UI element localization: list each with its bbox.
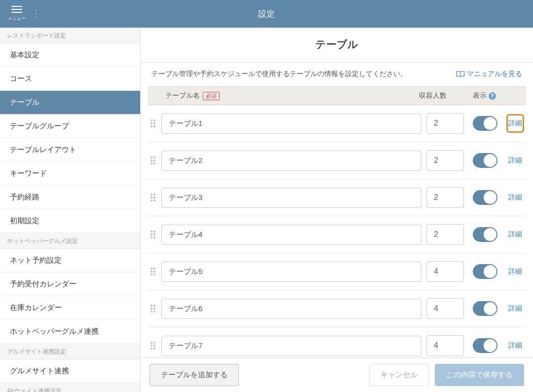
col-name: テーブル名 [165,91,200,100]
add-table-button[interactable]: テーブルを追加する [150,364,239,386]
display-toggle[interactable] [473,153,497,168]
save-button[interactable]: この内容で保存する [435,364,524,386]
capacity-input[interactable] [426,113,464,134]
drag-handle-icon[interactable] [150,268,156,275]
detail-button[interactable]: 詳細 [506,303,524,314]
display-toggle[interactable] [473,264,497,279]
intro-bar: テーブル管理や予約スケジュールで使用するテーブルの情報を設定してください。 マニ… [141,63,533,86]
sidebar-section: Airウェイト連携設定 [0,383,140,392]
drag-handle-icon[interactable] [150,342,156,350]
display-toggle[interactable] [473,301,497,316]
table-name-input[interactable] [161,188,421,208]
sidebar-section: レストランボード設定 [0,28,140,43]
app-header: メニュー 設定 [0,0,533,28]
sidebar-item[interactable]: コース [0,67,140,91]
table-name-input[interactable] [161,336,421,356]
footer-bar: テーブルを追加する キャンセル この内容で保存する [141,357,533,392]
capacity-input[interactable] [426,298,464,319]
separator-dots-icon [36,10,37,17]
menu-button[interactable]: メニュー [3,6,31,22]
drag-handle-icon[interactable] [150,231,156,238]
capacity-input[interactable] [426,150,464,171]
table-header: テーブル名 必須 収容人数 表示 ? [148,86,526,105]
table-row: 詳細 [148,105,526,142]
capacity-input[interactable] [426,187,464,208]
intro-text: テーブル管理や予約スケジュールで使用するテーブルの情報を設定してください。 [152,70,407,78]
table-name-input[interactable] [161,114,421,134]
table-row: 詳細 [148,253,526,290]
detail-button[interactable]: 詳細 [506,155,524,166]
hamburger-icon [11,6,22,13]
table-name-input[interactable] [161,262,421,282]
help-icon[interactable]: ? [489,92,496,100]
drag-handle-icon[interactable] [150,194,156,201]
manual-link[interactable]: マニュアルを見る [456,70,522,78]
sidebar-item[interactable]: テーブルグループ [0,115,140,138]
menu-label: メニュー [8,15,26,22]
cancel-button[interactable]: キャンセル [369,364,429,386]
page-title: テーブル [141,28,533,63]
display-toggle[interactable] [473,227,497,242]
sidebar-item[interactable]: グルメサイト連携 [0,359,140,383]
drag-handle-icon[interactable] [150,119,156,127]
sidebar-item[interactable]: 基本設定 [0,43,140,67]
sidebar-section: グルメサイト連携設定 [0,344,140,359]
detail-button[interactable]: 詳細 [506,266,524,277]
capacity-input[interactable] [426,335,464,356]
book-icon [456,71,465,78]
sidebar-item[interactable]: ホットペッパーグルメ連携 [0,320,140,344]
detail-button[interactable]: 詳細 [506,192,524,203]
header-title: 設定 [0,8,533,20]
table-row: 詳細 [148,216,526,253]
table-name-input[interactable] [161,151,421,171]
sidebar-item[interactable]: 予約経路 [0,186,140,209]
table-name-input[interactable] [161,299,421,319]
detail-button[interactable]: 詳細 [506,229,524,240]
detail-button[interactable]: 詳細 [506,114,524,133]
table-row: 詳細 [148,290,526,327]
table-rows: 詳細詳細詳細詳細詳細詳細詳細 [141,105,533,392]
sidebar-item[interactable]: 予約受付カレンダー [0,273,140,296]
capacity-input[interactable] [426,261,464,282]
drag-handle-icon[interactable] [150,305,156,313]
table-row: 詳細 [148,142,526,179]
sidebar-item[interactable]: キーワード [0,162,140,186]
drag-handle-icon[interactable] [150,157,156,164]
sidebar-item[interactable]: テーブルレイアウト [0,138,140,162]
table-name-input[interactable] [161,225,421,245]
main-content: テーブル テーブル管理や予約スケジュールで使用するテーブルの情報を設定してくださ… [141,28,533,392]
table-row: 詳細 [148,179,526,216]
sidebar-item[interactable]: 在庫カレンダー [0,296,140,320]
col-capacity: 収容人数 [414,91,452,100]
manual-link-text: マニュアルを見る [467,70,522,78]
col-display: 表示 [473,91,487,100]
sidebar-section: ホットペッパーグルメ設定 [0,233,140,249]
sidebar-item[interactable]: テーブル [0,91,140,115]
display-toggle[interactable] [473,190,497,205]
sidebar-item[interactable]: 初期設定 [0,209,140,233]
capacity-input[interactable] [426,224,464,245]
display-toggle[interactable] [473,338,497,353]
detail-button[interactable]: 詳細 [506,340,524,352]
display-toggle[interactable] [473,116,497,131]
sidebar: レストランボード設定基本設定コーステーブルテーブルグループテーブルレイアウトキー… [0,28,141,392]
sidebar-item[interactable]: ネット予約設定 [0,249,140,273]
required-badge: 必須 [203,92,220,100]
